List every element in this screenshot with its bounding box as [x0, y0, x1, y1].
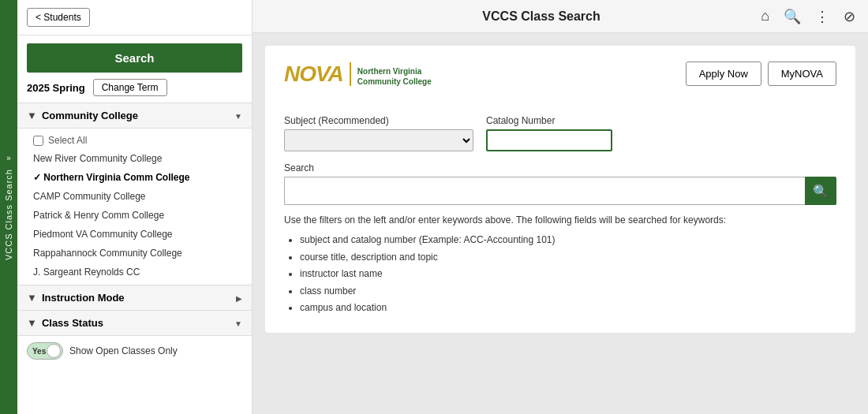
open-classes-row: Yes Show Open Classes Only [17, 336, 252, 366]
home-icon[interactable]: ⌂ [758, 6, 773, 26]
select-all-label: Select All [48, 135, 87, 146]
block-icon[interactable]: ⊘ [840, 6, 859, 27]
college-list: Select All New River Community College N… [17, 129, 252, 285]
college-item-rappahannock[interactable]: Rappahannock Community College [17, 244, 252, 263]
instruction-mode-filter-header[interactable]: ▼ Instruction Mode [17, 285, 252, 311]
nova-logo-text: NOVA [284, 62, 343, 87]
term-row: 2025 Spring Change Term [17, 73, 252, 103]
open-classes-label: Show Open Classes Only [69, 345, 178, 356]
bullet-instructor: instructor last name [300, 266, 836, 283]
class-status-chevron [234, 317, 242, 329]
toggle-knob [47, 344, 61, 358]
class-status-funnel-icon: ▼ [27, 317, 37, 329]
bullet-course-title: course title, description and topic [300, 249, 836, 267]
left-header: < Students [17, 0, 252, 35]
search-input[interactable] [284, 177, 805, 205]
nova-logo-divider [350, 62, 351, 86]
bullet-class-number: class number [300, 283, 836, 300]
class-status-title: Class Status [42, 317, 103, 329]
form-fields-row: Subject (Recommended) Catalog Number [284, 115, 836, 151]
term-label: 2025 Spring [27, 82, 85, 94]
nova-college-name: Northern Virginia Community College [357, 66, 432, 87]
college-item-piedmont[interactable]: Piedmont VA Community College [17, 225, 252, 244]
nav-title: VCCS Class Search [325, 9, 758, 24]
catalog-number-input[interactable] [486, 129, 612, 151]
main-panel: VCCS Class Search ⌂ 🔍 ⋮ ⊘ NOVA Northern … [253, 0, 868, 414]
bullet-subject-catalog: subject and catalog number (Example: ACC… [300, 232, 836, 249]
hint-text: Use the filters on the left and/or enter… [284, 214, 836, 226]
search-button[interactable]: Search [27, 43, 242, 73]
change-term-button[interactable]: Change Term [93, 79, 167, 96]
nova-logo: NOVA Northern Virginia Community College [284, 62, 432, 87]
toggle-yes-label: Yes [28, 347, 46, 356]
community-college-title: Community College [42, 110, 138, 121]
search-bullet-list: subject and catalog number (Example: ACC… [284, 232, 836, 317]
side-tab-label: VCCS Class Search [4, 169, 13, 260]
college-item-patrick-henry[interactable]: Patrick & Henry Comm College [17, 206, 252, 225]
community-college-chevron [234, 110, 242, 121]
college-item-camp[interactable]: CAMP Community College [17, 187, 252, 206]
nav-icons: ⌂ 🔍 ⋮ ⊘ [758, 6, 859, 27]
search-row: Search 🔍 [284, 162, 836, 205]
search-input-row: 🔍 [284, 177, 836, 205]
apply-now-button[interactable]: Apply Now [686, 62, 761, 86]
my-nova-button[interactable]: MyNOVA [768, 62, 836, 86]
side-tab[interactable]: » VCCS Class Search [0, 0, 17, 414]
bullet-campus: campus and location [300, 300, 836, 317]
side-tab-arrows: » [6, 154, 11, 162]
select-all-checkbox[interactable] [33, 136, 43, 146]
funnel-icon: ▼ [27, 110, 37, 121]
select-all-row: Select All [17, 132, 252, 149]
catalog-number-group: Catalog Number [486, 115, 612, 151]
college-item-new-river[interactable]: New River Community College [17, 149, 252, 168]
instruction-mode-chevron [236, 292, 242, 304]
search-submit-button[interactable]: 🔍 [805, 177, 836, 205]
open-classes-toggle[interactable]: Yes [27, 342, 63, 360]
instruction-mode-funnel-icon: ▼ [27, 292, 37, 304]
instruction-mode-title: Instruction Mode [42, 292, 125, 304]
subject-select[interactable] [284, 129, 473, 151]
search-icon[interactable]: 🔍 [780, 6, 804, 27]
catalog-number-label: Catalog Number [486, 115, 612, 126]
class-status-filter-header[interactable]: ▼ Class Status [17, 311, 252, 336]
filter-scroll: ▼ Community College Select All New River… [17, 103, 252, 414]
subject-group: Subject (Recommended) [284, 115, 473, 151]
card-top-row: NOVA Northern Virginia Community College… [284, 62, 836, 99]
top-nav: VCCS Class Search ⌂ 🔍 ⋮ ⊘ [253, 0, 868, 33]
back-button[interactable]: < Students [27, 8, 90, 27]
left-panel: < Students Search 2025 Spring Change Ter… [17, 0, 253, 414]
card-buttons: Apply Now MyNOVA [686, 62, 836, 86]
search-card: NOVA Northern Virginia Community College… [265, 46, 855, 333]
college-item-northern-virginia[interactable]: Northern Virginia Comm College [17, 168, 252, 187]
subject-label: Subject (Recommended) [284, 115, 473, 126]
more-options-icon[interactable]: ⋮ [812, 6, 832, 27]
community-college-filter-header[interactable]: ▼ Community College [17, 103, 252, 129]
search-label: Search [284, 162, 836, 173]
content-area: NOVA Northern Virginia Community College… [253, 33, 868, 414]
college-item-reynolds[interactable]: J. Sargeant Reynolds CC [17, 263, 252, 282]
